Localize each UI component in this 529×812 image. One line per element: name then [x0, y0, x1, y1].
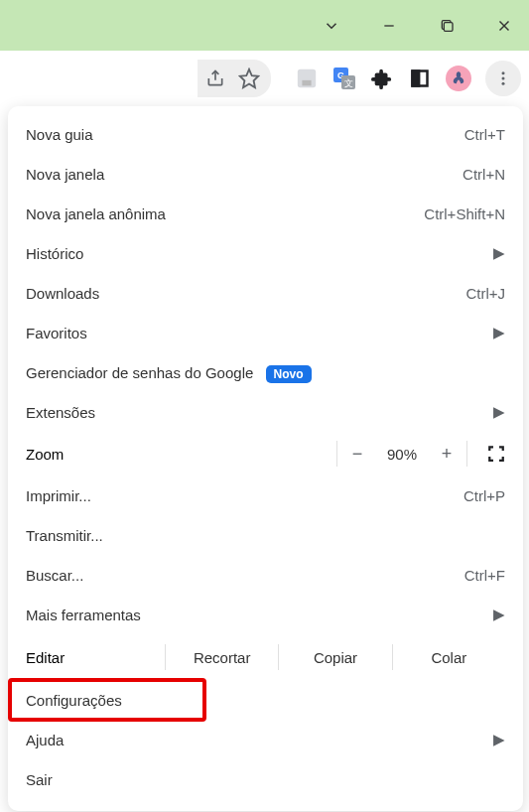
menu-item-cast[interactable]: Transmitir...	[8, 515, 523, 555]
menu-shortcut: Ctrl+T	[464, 126, 505, 143]
window-titlebar	[0, 0, 529, 51]
menu-item-incognito[interactable]: Nova janela anônima Ctrl+Shift+N	[8, 194, 523, 233]
extensions-puzzle-icon[interactable]	[370, 67, 394, 90]
side-panel-icon[interactable]	[408, 67, 432, 90]
menu-label: Gerenciador de senhas do Google	[26, 364, 253, 381]
svg-marker-6	[240, 69, 258, 87]
menu-label: Sair	[26, 771, 53, 788]
menu-label: Configurações	[26, 692, 122, 709]
menu-label: Transmitir...	[26, 527, 103, 544]
menu-item-new-tab[interactable]: Nova guia Ctrl+T	[8, 114, 523, 154]
menu-item-new-window[interactable]: Nova janela Ctrl+N	[8, 154, 523, 194]
menu-label: Editar	[26, 649, 165, 666]
menu-label: Nova janela anônima	[26, 205, 166, 222]
address-bar-tail	[198, 60, 271, 97]
svg-text:文: 文	[344, 78, 353, 88]
maximize-button[interactable]	[434, 13, 460, 39]
menu-label: Downloads	[26, 285, 99, 302]
minimize-button[interactable]	[376, 13, 402, 39]
menu-label: Histórico	[26, 245, 83, 262]
cut-button[interactable]: Recortar	[166, 649, 278, 666]
chevron-right-icon: ▶	[493, 403, 505, 421]
svg-point-17	[502, 82, 505, 85]
menu-item-print[interactable]: Imprimir... Ctrl+P	[8, 475, 523, 515]
zoom-value: 90%	[375, 446, 429, 463]
menu-item-exit[interactable]: Sair	[8, 759, 523, 799]
google-translate-icon[interactable]: G文	[332, 67, 356, 90]
chevron-right-icon: ▶	[493, 731, 505, 748]
menu-item-settings[interactable]: Configurações	[8, 680, 523, 720]
chevron-down-icon[interactable]	[319, 13, 344, 39]
menu-item-history[interactable]: Histórico ▶	[8, 233, 523, 273]
more-menu-button[interactable]	[485, 61, 521, 96]
vertical-divider	[466, 441, 467, 467]
account-placeholder-icon[interactable]	[295, 67, 319, 90]
label-wrap: Gerenciador de senhas do Google Novo	[26, 364, 312, 381]
menu-label: Zoom	[26, 446, 334, 463]
menu-item-downloads[interactable]: Downloads Ctrl+J	[8, 273, 523, 313]
browser-toolbar: G文	[0, 51, 529, 106]
menu-label: Nova guia	[26, 126, 93, 143]
menu-item-bookmarks[interactable]: Favoritos ▶	[8, 313, 523, 352]
menu-item-zoom: Zoom − 90% +	[8, 432, 523, 475]
menu-item-find[interactable]: Buscar... Ctrl+F	[8, 555, 523, 595]
svg-rect-2	[444, 22, 453, 31]
menu-label: Favoritos	[26, 325, 87, 341]
profile-avatar[interactable]	[446, 66, 471, 91]
menu-label: Nova janela	[26, 166, 104, 183]
zoom-out-button[interactable]: −	[339, 444, 375, 465]
menu-label: Ajuda	[26, 732, 64, 748]
menu-item-more-tools[interactable]: Mais ferramentas ▶	[8, 595, 523, 634]
menu-shortcut: Ctrl+F	[464, 567, 505, 584]
bookmark-star-icon[interactable]	[237, 67, 261, 90]
menu-label: Buscar...	[26, 567, 83, 584]
new-badge: Novo	[266, 365, 312, 383]
menu-shortcut: Ctrl+Shift+N	[424, 205, 505, 222]
paste-button[interactable]: Colar	[393, 649, 505, 666]
menu-label: Mais ferramentas	[26, 607, 141, 623]
chrome-main-menu: Nova guia Ctrl+T Nova janela Ctrl+N Nova…	[8, 106, 523, 811]
menu-item-help[interactable]: Ajuda ▶	[8, 720, 523, 759]
menu-label: Imprimir...	[26, 487, 91, 504]
menu-shortcut: Ctrl+P	[463, 487, 505, 504]
chevron-right-icon: ▶	[493, 244, 505, 262]
menu-item-extensions[interactable]: Extensões ▶	[8, 392, 523, 432]
menu-shortcut: Ctrl+N	[463, 166, 505, 183]
svg-rect-14	[413, 71, 420, 86]
svg-point-15	[502, 71, 505, 74]
menu-shortcut: Ctrl+J	[465, 285, 505, 302]
menu-item-edit: Editar Recortar Copiar Colar	[8, 634, 523, 680]
menu-label: Extensões	[26, 404, 95, 421]
chevron-right-icon: ▶	[493, 324, 505, 341]
copy-button[interactable]: Copiar	[279, 649, 391, 666]
vertical-divider	[336, 441, 337, 467]
chevron-right-icon: ▶	[493, 606, 505, 623]
svg-point-16	[502, 77, 505, 80]
share-icon[interactable]	[203, 67, 227, 90]
menu-item-password-manager[interactable]: Gerenciador de senhas do Google Novo	[8, 352, 523, 392]
close-button[interactable]	[491, 13, 517, 39]
zoom-in-button[interactable]: +	[429, 444, 464, 465]
svg-rect-8	[302, 80, 311, 86]
fullscreen-icon[interactable]	[487, 445, 505, 463]
